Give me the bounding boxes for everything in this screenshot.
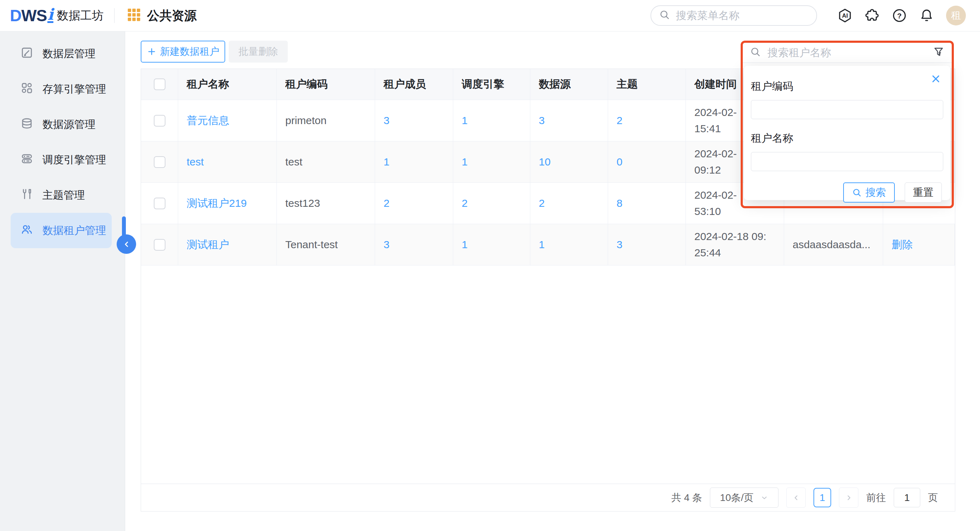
members-count-link[interactable]: 3 (383, 114, 390, 127)
row-checkbox[interactable] (154, 115, 165, 127)
svg-text:?: ? (897, 12, 902, 20)
chevron-right-icon (845, 494, 853, 502)
page-number-button[interactable]: 1 (813, 488, 831, 507)
theme-count-link[interactable]: 0 (617, 156, 622, 168)
members-count-link[interactable]: 3 (383, 238, 390, 251)
members-count-link[interactable]: 2 (383, 197, 390, 209)
avatar[interactable]: 租 (946, 6, 966, 25)
batch-delete-button[interactable]: 批量删除 (229, 41, 288, 63)
data-source-count-link[interactable]: 3 (539, 114, 545, 127)
tenant-code-input[interactable] (751, 100, 943, 119)
cell-tenant-code: Tenant-test (277, 224, 375, 266)
sidebar-item-label: 调度引擎管理 (43, 153, 106, 167)
sidebar-item-storage-compute-engine[interactable]: 存算引擎管理 (11, 72, 112, 107)
next-page-button[interactable] (839, 488, 858, 508)
page-size-select[interactable]: 10条/页 (710, 488, 778, 508)
sidebar-item-data-tenant[interactable]: 数据租户管理 (11, 213, 112, 248)
create-tenant-button[interactable]: 新建数据租户 (141, 41, 225, 63)
global-search[interactable] (651, 5, 817, 26)
table-row-checkbox-cell (141, 141, 178, 183)
sidebar-item-label: 数据租户管理 (43, 223, 106, 238)
cell-tenant-code: test123 (277, 183, 375, 224)
app: DWSi 数据工坊 公共资源 (0, 0, 980, 531)
tenant-name-input[interactable] (751, 152, 943, 171)
sidebar-item-label: 存算引擎管理 (43, 82, 106, 97)
sidebar-item-label: 主题管理 (43, 188, 85, 203)
sidebar-item-data-source[interactable]: 数据源管理 (11, 107, 112, 142)
created-line2: 53:10 (694, 203, 721, 219)
svg-text:AI: AI (842, 13, 848, 19)
created-line2: 09:12 (694, 162, 721, 178)
created-line1: 2024-02- (694, 104, 737, 121)
page-size-value: 10条/页 (720, 491, 754, 504)
data-source-count-link[interactable]: 2 (539, 197, 545, 209)
tenant-name-link[interactable]: test (187, 156, 204, 168)
theme-count-link[interactable]: 8 (617, 197, 622, 209)
schedule-engine-count-link[interactable]: 1 (462, 156, 468, 168)
cell-schedule-engine: 1 (453, 100, 530, 141)
filter-search-label: 搜索 (865, 186, 886, 200)
tenant-search-input[interactable] (767, 46, 927, 59)
table-row-checkbox-cell (141, 183, 178, 224)
cell-members: 1 (375, 141, 453, 183)
logo-letter-i: i (48, 8, 53, 22)
global-search-input[interactable] (675, 9, 813, 22)
tenant-icon (21, 223, 33, 238)
filter-reset-label: 重置 (913, 186, 934, 200)
schedule-engine-icon (21, 153, 33, 168)
sidebar-collapse-button[interactable] (117, 234, 136, 254)
ai-icon[interactable]: AI (837, 8, 853, 23)
schedule-engine-count-link[interactable]: 1 (462, 238, 468, 251)
tenant-name-link[interactable]: 测试租户 (187, 238, 229, 252)
search-icon (852, 188, 862, 198)
cell-members: 3 (375, 100, 453, 141)
module-title: 公共资源 (147, 8, 197, 24)
col-header-theme: 主题 (608, 69, 686, 100)
data-source-count-link[interactable]: 10 (539, 156, 550, 168)
prev-page-button[interactable] (786, 488, 806, 508)
data-source-count-link[interactable]: 1 (539, 238, 545, 251)
cell-data-source: 3 (530, 100, 608, 141)
module-switcher[interactable]: 公共资源 (127, 8, 197, 24)
cell-tenant-name: 测试租户219 (178, 183, 277, 224)
created-line2: 25:44 (694, 245, 721, 261)
tenant-name-link[interactable]: 普元信息 (187, 113, 229, 128)
filter-reset-button[interactable]: 重置 (905, 183, 942, 203)
members-count-link[interactable]: 1 (383, 156, 390, 168)
module-grid-icon (127, 8, 142, 24)
cell-tenant-name: 普元信息 (178, 100, 277, 141)
cell-data-source: 2 (530, 183, 608, 224)
close-icon[interactable] (931, 73, 941, 86)
pagination: 共 4 条 10条/页 1 前往 页 (141, 483, 955, 511)
schedule-engine-count-link[interactable]: 1 (462, 114, 468, 127)
storage-compute-engine-icon (21, 82, 33, 97)
plus-icon (147, 47, 157, 57)
select-all-checkbox[interactable] (154, 78, 165, 90)
theme-count-link[interactable]: 2 (617, 114, 622, 127)
sidebar-item-data-layer[interactable]: 数据层管理 (11, 36, 112, 72)
schedule-engine-count-link[interactable]: 2 (462, 197, 468, 209)
total-count: 共 4 条 (671, 491, 702, 504)
filter-icon[interactable] (932, 46, 945, 59)
bell-icon[interactable] (919, 8, 934, 23)
tenant-name-label: 租户名称 (751, 131, 943, 146)
sidebar-item-schedule-engine[interactable]: 调度引擎管理 (11, 142, 112, 178)
row-checkbox[interactable] (154, 239, 165, 251)
row-checkbox[interactable] (154, 156, 165, 168)
tenant-search-bar[interactable] (743, 43, 952, 63)
theme-count-link[interactable]: 3 (617, 238, 622, 251)
tenant-code-label: 租户编码 (751, 79, 943, 94)
plugin-icon[interactable] (864, 8, 880, 23)
col-header-data-source: 数据源 (530, 69, 608, 100)
created-line1: 2024-02-18 09: (694, 228, 767, 245)
filter-search-button[interactable]: 搜索 (843, 183, 895, 203)
goto-page-input[interactable] (894, 488, 920, 507)
topbar: DWSi 数据工坊 公共资源 (0, 0, 980, 32)
help-icon[interactable]: ? (892, 8, 907, 23)
batch-delete-label: 批量删除 (239, 45, 278, 58)
sidebar-item-theme[interactable]: 主题管理 (11, 178, 112, 213)
tenant-name-link[interactable]: 测试租户219 (187, 196, 247, 211)
page-unit-label: 页 (928, 491, 938, 504)
delete-link[interactable]: 删除 (892, 238, 913, 252)
row-checkbox[interactable] (154, 198, 165, 209)
